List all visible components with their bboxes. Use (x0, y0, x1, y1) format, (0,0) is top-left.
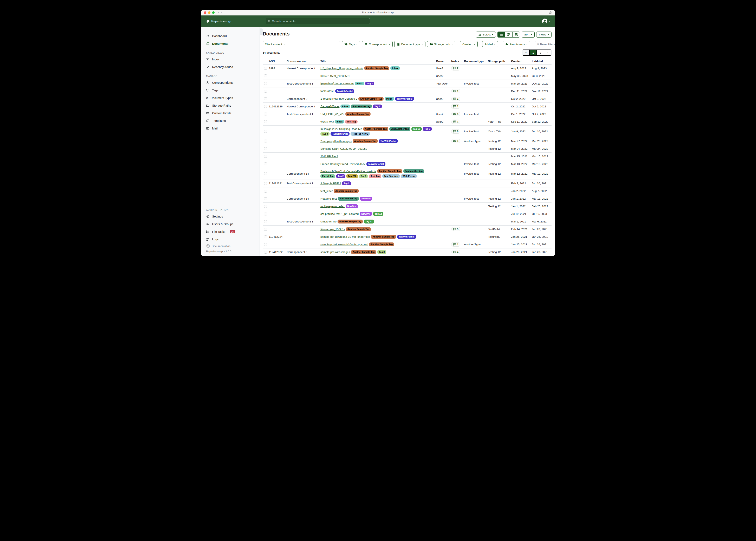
document-title-link[interactable]: UM_PPBE_en_v29 (320, 112, 344, 116)
row-checkbox[interactable] (264, 155, 267, 158)
row-checkbox[interactable] (264, 120, 267, 123)
notes-badge[interactable]: 1 (451, 104, 460, 109)
share-icon[interactable] (549, 11, 552, 14)
sidebar-item-document-types[interactable]: #Document Types (201, 94, 260, 102)
pagination-page-1-button[interactable]: 1 (530, 50, 537, 56)
row-checkbox[interactable] (264, 90, 267, 93)
pagination-next-button[interactable]: » (544, 50, 551, 56)
tag-pill[interactable]: Another Sample Tag (353, 139, 378, 143)
document-title-link[interactable]: H7_Napoleon_Bonaparte_zadanie (320, 67, 363, 70)
tag-pill[interactable]: Another Sample Tag (358, 97, 384, 101)
document-title-link[interactable]: 2sample-pdf-with-images (320, 140, 352, 143)
view-mode-grid-button[interactable] (505, 32, 513, 38)
sidebar-item-users-groups[interactable]: Users & Groups (201, 220, 260, 228)
tag-pill[interactable]: Inbox (385, 97, 394, 101)
filter-storage-path-button[interactable]: Storage path (427, 41, 455, 47)
sidebar-item-inbox[interactable]: Inbox (201, 55, 260, 63)
document-title-link[interactable]: ReadMe Test (320, 197, 337, 200)
tag-pill[interactable]: Inbox (390, 66, 400, 70)
tag-pill[interactable]: Another Sample Tag (351, 250, 376, 254)
document-title-link[interactable]: [paperless] test post-owner (320, 82, 354, 85)
tag-pill[interactable]: TagWithPartial (331, 132, 350, 136)
sort-button[interactable]: Sort (522, 32, 535, 38)
tag-pill[interactable]: Tag 2 (365, 82, 374, 86)
document-title-link[interactable]: sample-pdf-with-images (320, 251, 350, 254)
tag-pill[interactable]: Tag 2 (423, 127, 432, 131)
tag-pill[interactable]: Inbox (340, 105, 350, 109)
row-checkbox[interactable] (264, 163, 267, 165)
search-input[interactable] (272, 20, 368, 23)
column-header-title[interactable]: Title (320, 60, 436, 63)
sidebar-item-logs[interactable]: Logs (201, 236, 260, 243)
row-checkbox[interactable] (264, 74, 267, 77)
pagination-page-2-button[interactable]: 2 (537, 50, 544, 56)
tag-pill[interactable]: Test Tag New (382, 174, 400, 178)
sidebar-item-file-tasks[interactable]: File Tasks16 (201, 228, 260, 236)
filter-created-button[interactable]: Created (460, 41, 478, 47)
row-checkbox[interactable] (264, 197, 267, 200)
select-button[interactable]: Select (476, 32, 496, 38)
tag-pill[interactable]: Just another tag (338, 197, 359, 201)
pagination-prev-button[interactable]: « (522, 50, 530, 56)
document-title-link[interactable]: sat-practice-test-1_pt2-collated (320, 212, 359, 216)
views-button[interactable]: Views (536, 32, 552, 38)
notes-badge[interactable]: 4 (451, 112, 460, 116)
document-title-link[interactable]: 2011 BP Pie 2 (320, 155, 338, 158)
column-header-created[interactable]: Created (511, 60, 532, 63)
tag-pill[interactable]: TagWithPartial (335, 89, 354, 93)
brand[interactable]: Paperless-ngx (206, 19, 232, 23)
tag-pill[interactable]: Test Tag New 2 (351, 132, 370, 136)
document-title-link[interactable]: InDesign 2022 Scripting Read Me (320, 127, 362, 131)
tag-pill[interactable]: Another Sample Tag (346, 227, 371, 231)
tag-pill[interactable]: Tag 2 (342, 182, 351, 185)
row-checkbox[interactable] (264, 97, 267, 100)
title-content-input[interactable] (287, 41, 340, 47)
tag-pill[interactable]: Test Tag (345, 120, 358, 124)
column-header-correspondent[interactable]: Correspondent (287, 60, 320, 63)
tag-pill[interactable]: Tag 2 (373, 105, 382, 109)
tag-pill[interactable]: Another Sample Tag (364, 66, 389, 70)
notes-badge[interactable]: 5 (451, 227, 460, 231)
row-checkbox[interactable] (264, 182, 267, 185)
document-title-link[interactable]: Review-of-New-York-Federal-Petitions-art… (320, 170, 376, 173)
row-checkbox[interactable] (264, 105, 267, 108)
sidebar-item-tags[interactable]: Tags (201, 86, 260, 94)
notes-badge[interactable]: 6 (451, 129, 460, 134)
tag-pill[interactable]: Another Sample Tag (345, 112, 371, 116)
tag-pill[interactable]: TagWithPartial (379, 139, 398, 143)
tag-pill[interactable]: TagWithPartial (366, 162, 385, 166)
notes-badge[interactable]: 2 (451, 66, 460, 71)
row-checkbox[interactable] (264, 251, 267, 254)
tag-pill[interactable]: Tag 2 (336, 174, 345, 178)
row-checkbox[interactable] (264, 67, 267, 70)
column-header-storage-path[interactable]: Storage path (488, 60, 511, 63)
column-header-owner[interactable]: Owner (436, 60, 451, 63)
filter-added-button[interactable]: Added (482, 41, 498, 47)
row-checkbox[interactable] (264, 172, 267, 175)
row-checkbox[interactable] (264, 228, 267, 231)
sidebar-item-settings[interactable]: Settings (201, 213, 260, 220)
tag-pill[interactable]: TagWithPartial (397, 235, 416, 239)
row-checkbox[interactable] (264, 243, 267, 246)
row-checkbox[interactable] (264, 190, 267, 193)
reset-filters-button[interactable]: ×Reset filters (535, 41, 555, 47)
notes-badge[interactable]: 1 (451, 89, 460, 93)
document-title-link[interactable]: 0004814539_20230531 (320, 74, 350, 78)
title-content-dropdown-button[interactable]: Title & content (263, 41, 287, 47)
notes-badge[interactable]: 1 (451, 139, 460, 143)
document-title-link[interactable]: drylab Test (320, 120, 334, 123)
document-title-link[interactable]: Sample100.csv (320, 105, 339, 108)
documentation-link[interactable]: ?Documentation (206, 244, 255, 248)
sidebar-item-correspondents[interactable]: Correspondents (201, 79, 260, 86)
filter-correspondent-button[interactable]: Correspondent (362, 41, 393, 47)
sidebar-item-storage-paths[interactable]: Storage Paths (201, 102, 260, 109)
view-mode-list-button[interactable] (497, 32, 505, 38)
row-checkbox[interactable] (264, 130, 267, 133)
column-header-document-type[interactable]: Document type (464, 60, 488, 63)
view-mode-cards-button[interactable] (512, 32, 520, 38)
document-title-link[interactable]: test_letter (320, 190, 333, 193)
tag-pill[interactable]: NewOne (360, 212, 372, 216)
document-title-link[interactable]: 1 Testing New Title Updated 2 (320, 97, 357, 100)
tag-pill[interactable]: Tag 12 (364, 220, 374, 224)
notes-badge[interactable]: 1 (451, 242, 460, 247)
